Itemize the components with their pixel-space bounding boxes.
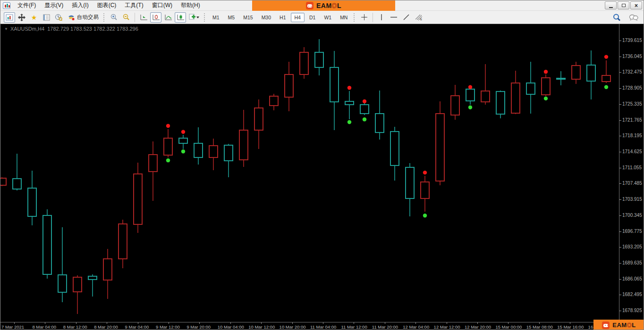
bar-chart-mode-button[interactable] bbox=[138, 12, 149, 23]
add-indicator-icon bbox=[189, 14, 196, 21]
zoom-out-button[interactable] bbox=[120, 12, 132, 23]
trendline-tool-button[interactable] bbox=[400, 12, 412, 23]
time-tick-label: 11 Mar 04:00 bbox=[310, 324, 336, 330]
candle-body-down bbox=[345, 101, 354, 105]
timeframe-button-d1[interactable]: D1 bbox=[305, 13, 319, 22]
time-tick-mark bbox=[169, 322, 169, 324]
sell-signal-dot bbox=[347, 86, 351, 90]
menu: 文件(F)显示(V)插入(I)图表(C)工具(T)窗口(W)帮助(H) bbox=[13, 0, 204, 10]
chart-shift-button[interactable] bbox=[175, 12, 186, 23]
price-tick-label: 1711.055 bbox=[622, 165, 642, 170]
favorites-button[interactable]: ★ bbox=[28, 12, 40, 23]
buy-signal-dot bbox=[347, 120, 351, 124]
line-chart-mode-button[interactable] bbox=[162, 12, 174, 23]
search-icon bbox=[613, 14, 621, 21]
time-axis[interactable]: 7 Mar 20218 Mar 04:008 Mar 12:008 Mar 20… bbox=[0, 322, 644, 330]
price-tick-label: 1689.635 bbox=[622, 260, 642, 265]
candle-body-up bbox=[421, 182, 429, 198]
timeframe-button-m1[interactable]: M1 bbox=[209, 13, 223, 22]
menu-item-window[interactable]: 窗口(W) bbox=[148, 0, 177, 10]
time-tick-mark bbox=[261, 322, 262, 324]
timeframe-button-w1[interactable]: W1 bbox=[320, 13, 335, 22]
fibonacci-tool-button[interactable]: E bbox=[413, 12, 424, 23]
autotrading-icon bbox=[68, 14, 75, 21]
candle-body-up bbox=[0, 178, 6, 185]
timeframe-button-m30[interactable]: M30 bbox=[258, 13, 275, 22]
price-axis[interactable]: 1739.6151736.0451732.4751728.9051725.335… bbox=[619, 24, 644, 322]
window-controls: × bbox=[605, 1, 642, 9]
app-icon bbox=[3, 2, 10, 9]
price-tick-mark bbox=[619, 199, 621, 200]
time-tick-label: 11 Mar 12:00 bbox=[341, 324, 367, 330]
buy-signal-dot bbox=[468, 106, 472, 109]
time-tick-label: 10 Mar 20:00 bbox=[280, 324, 306, 330]
time-tick-label: 15 Mar 16:00 bbox=[557, 324, 584, 330]
toolbar-grip bbox=[354, 13, 356, 22]
crosshair-tool-button[interactable] bbox=[358, 12, 370, 23]
timeframe-button-h4[interactable]: H4 bbox=[291, 13, 305, 22]
timeframe-button-mn[interactable]: MN bbox=[336, 13, 351, 22]
price-tick-label: 1686.065 bbox=[622, 276, 642, 281]
time-tick-mark bbox=[107, 322, 107, 324]
time-tick-mark bbox=[45, 322, 45, 324]
candle-body-up bbox=[572, 66, 580, 79]
menu-item-help[interactable]: 帮助(H) bbox=[177, 0, 204, 10]
autotrading-button[interactable]: 自动交易 bbox=[65, 12, 101, 23]
chat-button[interactable] bbox=[628, 12, 639, 23]
time-tick-mark bbox=[477, 322, 478, 324]
terminal-button[interactable] bbox=[41, 12, 52, 23]
menu-item-charts[interactable]: 图表(C) bbox=[93, 0, 121, 10]
collapse-arrow-icon[interactable]: ▼ bbox=[4, 27, 8, 31]
candlestick-mode-button[interactable] bbox=[150, 12, 161, 23]
chevron-down-icon bbox=[196, 16, 200, 19]
candle-body-up bbox=[602, 75, 610, 82]
price-tick-label: 1721.765 bbox=[622, 117, 642, 123]
price-tick-label: 1700.345 bbox=[622, 213, 642, 218]
time-tick-label: 8 Mar 20:00 bbox=[94, 324, 118, 330]
terminal-icon bbox=[43, 14, 50, 21]
menu-item-file[interactable]: 文件(F) bbox=[13, 0, 40, 10]
candle-body-up bbox=[481, 91, 490, 102]
candle-body-down bbox=[58, 275, 67, 292]
price-tick-label: 1703.915 bbox=[622, 197, 642, 202]
fibonacci-icon: E bbox=[415, 14, 423, 21]
svg-text:E: E bbox=[420, 18, 422, 21]
candle-body-down bbox=[179, 138, 187, 143]
time-tick-label: 15 Mar 00:00 bbox=[495, 324, 522, 330]
timeframe-button-m15[interactable]: M15 bbox=[239, 13, 256, 22]
candle-body-down bbox=[587, 65, 595, 81]
zoom-in-button[interactable] bbox=[108, 12, 119, 23]
horizontal-line-tool-button[interactable] bbox=[388, 12, 399, 23]
eamol-banner-top: EAMOL bbox=[252, 0, 395, 11]
timeframe-button-m5[interactable]: M5 bbox=[224, 13, 239, 22]
candle-body-up bbox=[511, 83, 520, 113]
candlestick-plot[interactable] bbox=[0, 24, 619, 322]
strategy-tester-button[interactable] bbox=[53, 12, 64, 23]
price-tick-label: 1714.625 bbox=[622, 149, 642, 154]
candle-body-down bbox=[43, 215, 51, 274]
search-button[interactable] bbox=[611, 12, 622, 23]
timeframe-button-h1[interactable]: H1 bbox=[276, 13, 289, 22]
time-tick-label: 11 Mar 20:00 bbox=[372, 324, 398, 330]
restore-button[interactable] bbox=[618, 1, 629, 9]
time-tick-mark bbox=[415, 322, 416, 324]
menu-item-view[interactable]: 显示(V) bbox=[40, 0, 68, 10]
tester-icon bbox=[55, 14, 62, 21]
eamol-logo-corner: EAMOL bbox=[593, 320, 644, 330]
toolbar-separator bbox=[135, 13, 135, 22]
menu-item-tools[interactable]: 工具(T) bbox=[120, 0, 147, 10]
price-tick-mark bbox=[619, 168, 621, 168]
price-tick-mark bbox=[619, 231, 621, 232]
ohlc-values: 1782.729 1783.523 1782.322 1783.296 bbox=[47, 26, 138, 32]
price-tick-label: 1736.045 bbox=[622, 54, 642, 59]
navigator-button[interactable] bbox=[16, 12, 27, 23]
menu-item-insert[interactable]: 插入(I) bbox=[68, 0, 93, 10]
add-indicator-button[interactable] bbox=[187, 12, 202, 23]
chart-area[interactable]: ▼XAUUSDm,H4 1782.729 1783.523 1782.322 1… bbox=[0, 24, 644, 330]
new-chart-button[interactable] bbox=[4, 12, 15, 23]
close-button[interactable]: × bbox=[630, 1, 642, 9]
minimize-button[interactable] bbox=[605, 1, 617, 9]
close-icon: × bbox=[635, 3, 638, 8]
vertical-line-tool-button[interactable] bbox=[376, 12, 387, 23]
candle-body-up bbox=[270, 96, 278, 106]
